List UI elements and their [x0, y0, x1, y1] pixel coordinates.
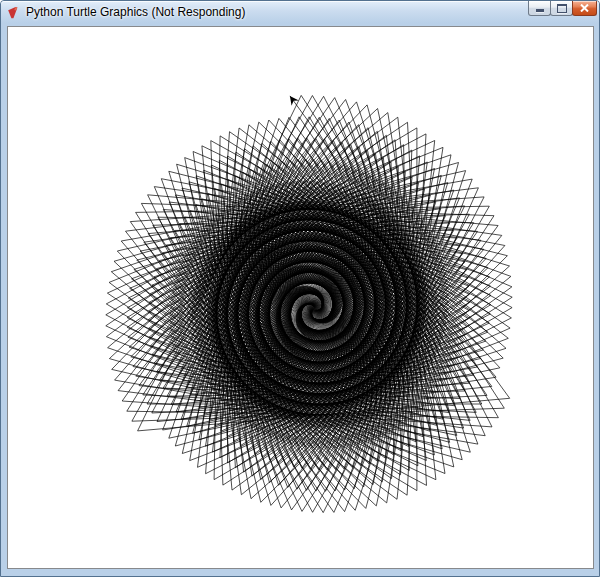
close-icon — [580, 4, 589, 12]
window-controls — [529, 1, 597, 16]
minimize-button[interactable] — [528, 1, 551, 16]
titlebar[interactable]: Python Turtle Graphics (Not Responding) — [1, 1, 599, 23]
maximize-button[interactable] — [550, 1, 573, 16]
spiral-path — [106, 95, 512, 512]
turtle-spiral-drawing — [8, 27, 593, 568]
turtle-graphics-window: Python Turtle Graphics (Not Responding) — [0, 0, 600, 577]
window-title: Python Turtle Graphics (Not Responding) — [26, 5, 245, 19]
turtle-cursor-icon — [290, 96, 299, 106]
maximize-icon — [557, 4, 567, 13]
tk-feather-icon[interactable] — [7, 6, 20, 19]
close-button[interactable] — [572, 1, 597, 16]
minimize-icon — [536, 9, 544, 12]
turtle-canvas[interactable] — [7, 26, 594, 569]
